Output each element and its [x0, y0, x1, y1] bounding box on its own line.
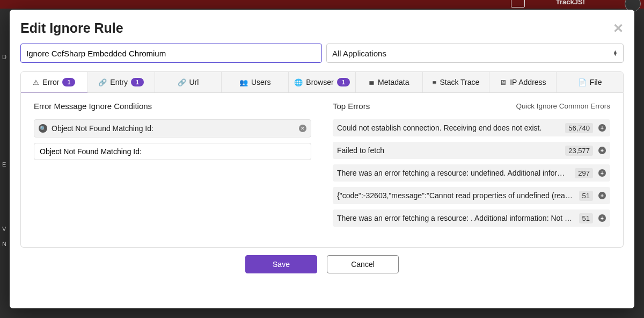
- save-button[interactable]: Save: [245, 255, 317, 273]
- topbar-brand: TrackJS!: [556, 0, 585, 6]
- close-icon[interactable]: ✕: [613, 21, 624, 36]
- application-select-value: All Applications: [332, 49, 386, 58]
- top-error-message: Could not establish connection. Receivin…: [337, 124, 560, 132]
- entry-tab-icon: 🔗: [98, 78, 107, 86]
- edit-ignore-rule-modal: Edit Ignore Rule ✕ All Applications ▲▼ ⚠…: [10, 10, 634, 308]
- side-letter: E: [2, 161, 6, 168]
- condition-input[interactable]: [34, 143, 311, 160]
- tab-browser[interactable]: 🌐Browser1: [289, 72, 356, 92]
- top-error-row: Could not establish connection. Receivin…: [333, 119, 610, 136]
- stack trace-tab-icon: ≡: [433, 78, 437, 86]
- top-error-message: There was an error fetching a resource: …: [337, 214, 574, 222]
- tab-url[interactable]: 🔗Url: [155, 72, 222, 92]
- select-chevrons-icon: ▲▼: [613, 50, 618, 56]
- quick-ignore-link[interactable]: Quick Ignore Common Errors: [516, 102, 610, 110]
- add-error-icon[interactable]: +: [598, 169, 606, 177]
- side-letter: D: [2, 54, 6, 60]
- app-topbar: TrackJS!: [0, 0, 644, 9]
- add-error-icon[interactable]: +: [598, 192, 606, 199]
- remove-condition-icon[interactable]: ✕: [299, 125, 306, 132]
- tab-error[interactable]: ⚠Error1: [21, 72, 88, 92]
- add-error-icon[interactable]: +: [598, 214, 606, 222]
- tab-file[interactable]: 📄File: [557, 72, 623, 92]
- tab-label: Users: [251, 78, 271, 86]
- rule-name-input[interactable]: [20, 44, 322, 63]
- top-error-row: There was an error fetching a resource: …: [333, 209, 610, 227]
- tab-badge: 1: [337, 78, 350, 86]
- add-error-icon[interactable]: +: [598, 124, 606, 132]
- add-error-icon[interactable]: +: [598, 147, 606, 154]
- modal-title: Edit Ignore Rule: [20, 20, 123, 36]
- top-error-count: 56,740: [565, 123, 593, 133]
- tab-label: Error: [42, 78, 59, 86]
- modal-top-row: All Applications ▲▼: [20, 44, 624, 63]
- top-error-message: {"code":-32603,"message":"Cannot read pr…: [337, 191, 574, 200]
- modal-footer: Save Cancel: [20, 248, 624, 273]
- top-errors-header: Top Errors Quick Ignore Common Errors: [333, 102, 610, 111]
- users-tab-icon: 👥: [239, 78, 248, 86]
- tab-users[interactable]: 👥Users: [222, 72, 289, 92]
- tabs-bar: ⚠Error1🔗Entry1🔗Url👥Users🌐Browser1≣Metada…: [20, 71, 624, 93]
- top-error-message: Failed to fetch: [337, 146, 560, 155]
- top-error-row: Failed to fetch23,577+: [333, 142, 610, 159]
- tab-label: File: [590, 78, 602, 86]
- top-errors-column: Top Errors Quick Ignore Common Errors Co…: [333, 102, 610, 232]
- tab-metadata[interactable]: ≣Metadata: [356, 72, 423, 92]
- tab-panel: Error Message Ignore Conditions 🔍 Object…: [20, 93, 624, 248]
- side-letter: N: [2, 241, 6, 247]
- error-tab-icon: ⚠: [33, 78, 39, 86]
- metadata-tab-icon: ≣: [369, 78, 375, 86]
- tab-stack-trace[interactable]: ≡Stack Trace: [423, 72, 490, 92]
- cancel-button[interactable]: Cancel: [327, 255, 399, 273]
- tab-label: Metadata: [378, 78, 409, 86]
- tab-label: Stack Trace: [440, 78, 479, 86]
- tab-badge: 1: [62, 78, 75, 86]
- tab-label: Entry: [110, 78, 128, 86]
- conditions-heading-text: Error Message Ignore Conditions: [34, 102, 152, 111]
- file-tab-icon: 📄: [578, 78, 587, 86]
- top-errors-heading: Top Errors: [333, 102, 370, 111]
- top-error-row: There was an error fetching a resource: …: [333, 164, 610, 182]
- condition-chip-text: Object Not Found Matching Id:: [52, 124, 295, 133]
- browser-tab-icon: 🌐: [294, 78, 303, 86]
- condition-chip: 🔍 Object Not Found Matching Id: ✕: [34, 119, 311, 138]
- application-select[interactable]: All Applications ▲▼: [326, 44, 624, 63]
- modal-header: Edit Ignore Rule ✕: [20, 20, 624, 36]
- top-error-count: 297: [575, 168, 593, 178]
- tab-entry[interactable]: 🔗Entry1: [88, 72, 155, 92]
- top-error-message: There was an error fetching a resource: …: [337, 169, 569, 177]
- tab-label: Url: [189, 78, 199, 86]
- top-error-count: 51: [579, 213, 593, 223]
- top-error-count: 51: [579, 191, 593, 201]
- top-error-row: {"code":-32603,"message":"Cannot read pr…: [333, 187, 610, 204]
- conditions-column: Error Message Ignore Conditions 🔍 Object…: [34, 102, 311, 232]
- tab-label: IP Address: [510, 78, 546, 86]
- side-letter: V: [2, 226, 6, 232]
- ip address-tab-icon: 🖥: [500, 78, 507, 86]
- tab-ip-address[interactable]: 🖥IP Address: [489, 72, 557, 92]
- conditions-heading: Error Message Ignore Conditions: [34, 102, 311, 111]
- topbar-square: [511, 0, 525, 8]
- tab-badge: 1: [131, 78, 144, 86]
- url-tab-icon: 🔗: [178, 78, 186, 86]
- tab-label: Browser: [306, 78, 333, 86]
- top-error-count: 23,577: [565, 146, 593, 156]
- contains-icon: 🔍: [39, 124, 47, 133]
